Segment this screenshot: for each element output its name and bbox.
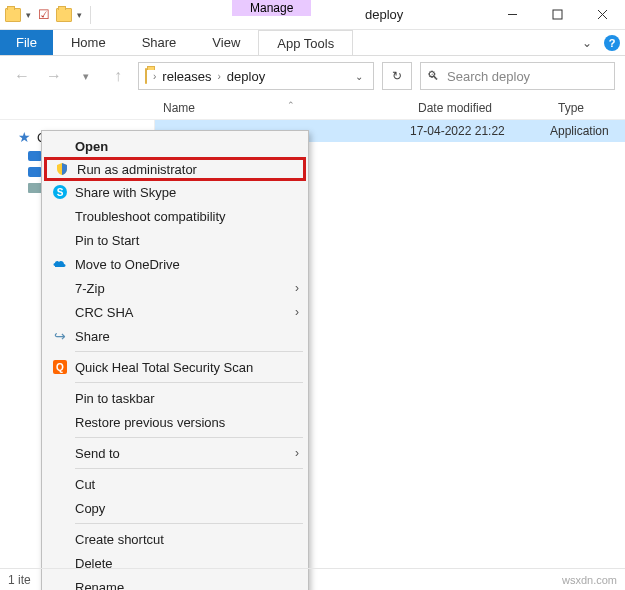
ctx-share-skype[interactable]: SShare with Skype xyxy=(45,180,305,204)
drive-icon xyxy=(28,183,42,193)
ctx-open[interactable]: Open xyxy=(45,134,305,158)
drive-icon xyxy=(28,167,42,177)
folder-icon[interactable] xyxy=(55,6,73,24)
watermark: wsxdn.com xyxy=(562,574,617,586)
ctx-crc-sha[interactable]: CRC SHA› xyxy=(45,300,305,324)
search-box[interactable]: 🔍︎ xyxy=(420,62,615,90)
spacer xyxy=(353,30,575,55)
shield-icon xyxy=(51,162,73,176)
chevron-right-icon: › xyxy=(295,446,299,460)
folder-icon xyxy=(145,69,147,83)
up-button[interactable]: ↑ xyxy=(106,64,130,88)
status-text: 1 ite xyxy=(8,573,31,587)
titlebar: ▾ ☑ ▾ Manage deploy xyxy=(0,0,625,30)
ctx-pin-start[interactable]: Pin to Start xyxy=(45,228,305,252)
properties-icon[interactable]: ☑ xyxy=(35,6,53,24)
tab-share[interactable]: Share xyxy=(124,30,195,55)
search-icon: 🔍︎ xyxy=(427,69,439,83)
window-title: deploy xyxy=(365,7,403,22)
skype-icon: S xyxy=(49,185,71,199)
breadcrumb-segment[interactable]: releases xyxy=(158,69,215,84)
ctx-move-onedrive[interactable]: Move to OneDrive xyxy=(45,252,305,276)
column-type[interactable]: Type xyxy=(558,101,625,115)
ctx-cut[interactable]: Cut xyxy=(45,472,305,496)
separator xyxy=(75,351,303,352)
contextual-tab-header: Manage xyxy=(232,0,311,16)
folder-icon xyxy=(4,6,22,24)
tab-view[interactable]: View xyxy=(194,30,258,55)
contextual-tab-group: Manage xyxy=(232,0,311,16)
breadcrumb-segment[interactable]: deploy xyxy=(223,69,269,84)
svg-rect-1 xyxy=(553,10,562,19)
help-button[interactable]: ? xyxy=(599,30,625,55)
ribbon-collapse-icon[interactable]: ⌄ xyxy=(575,30,599,55)
chevron-right-icon: › xyxy=(295,305,299,319)
column-date[interactable]: Date modified xyxy=(418,101,558,115)
ctx-restore-versions[interactable]: Restore previous versions xyxy=(45,410,305,434)
ribbon-tabs: File Home Share View App Tools ⌄ ? xyxy=(0,30,625,56)
ctx-pin-taskbar[interactable]: Pin to taskbar xyxy=(45,386,305,410)
ctx-7zip[interactable]: 7-Zip› xyxy=(45,276,305,300)
column-name[interactable]: Name⌃ xyxy=(163,101,418,115)
context-menu: Open Run as administrator SShare with Sk… xyxy=(41,130,309,590)
tab-app-tools[interactable]: App Tools xyxy=(258,30,353,55)
chevron-right-icon[interactable]: › xyxy=(215,71,222,82)
refresh-button[interactable]: ↻ xyxy=(382,62,412,90)
file-tab[interactable]: File xyxy=(0,30,53,55)
ctx-send-to[interactable]: Send to› xyxy=(45,441,305,465)
ctx-share[interactable]: ↪Share xyxy=(45,324,305,348)
separator xyxy=(75,523,303,524)
ctx-copy[interactable]: Copy xyxy=(45,496,305,520)
breadcrumb-dropdown-icon[interactable]: ⌄ xyxy=(347,71,371,82)
chevron-right-icon: › xyxy=(295,281,299,295)
quick-access-toolbar: ▾ ☑ ▾ xyxy=(0,6,99,24)
sort-asc-icon: ⌃ xyxy=(287,100,295,110)
search-input[interactable] xyxy=(445,68,617,85)
column-headers: Name⌃ Date modified Type xyxy=(0,96,625,120)
breadcrumb[interactable]: › releases › deploy ⌄ xyxy=(138,62,374,90)
separator xyxy=(75,468,303,469)
minimize-button[interactable] xyxy=(490,0,535,30)
ctx-troubleshoot[interactable]: Troubleshoot compatibility xyxy=(45,204,305,228)
window-controls xyxy=(490,0,625,30)
back-button[interactable]: ← xyxy=(10,64,34,88)
status-bar: 1 ite xyxy=(0,568,625,590)
quickheal-icon: Q xyxy=(49,360,71,374)
recent-locations-icon[interactable]: ▾ xyxy=(74,64,98,88)
close-button[interactable] xyxy=(580,0,625,30)
ctx-quickheal[interactable]: QQuick Heal Total Security Scan xyxy=(45,355,305,379)
onedrive-icon xyxy=(49,259,71,269)
forward-button[interactable]: → xyxy=(42,64,66,88)
separator xyxy=(75,437,303,438)
share-icon: ↪ xyxy=(49,328,71,344)
chevron-right-icon[interactable]: › xyxy=(151,71,158,82)
address-bar-row: ← → ▾ ↑ › releases › deploy ⌄ ↻ 🔍︎ xyxy=(0,56,625,96)
drive-icon xyxy=(28,151,42,161)
help-icon: ? xyxy=(604,35,620,51)
file-date-cell: 17-04-2022 21:22 xyxy=(410,124,550,138)
tab-home[interactable]: Home xyxy=(53,30,124,55)
ctx-run-as-administrator[interactable]: Run as administrator xyxy=(44,157,306,181)
maximize-button[interactable] xyxy=(535,0,580,30)
qat-overflow-icon[interactable]: ▾ xyxy=(75,10,84,20)
ctx-create-shortcut[interactable]: Create shortcut xyxy=(45,527,305,551)
star-icon: ★ xyxy=(18,129,31,145)
divider xyxy=(90,6,91,24)
file-type-cell: Application xyxy=(550,124,625,138)
chevron-down-icon[interactable]: ▾ xyxy=(24,10,33,20)
separator xyxy=(75,382,303,383)
